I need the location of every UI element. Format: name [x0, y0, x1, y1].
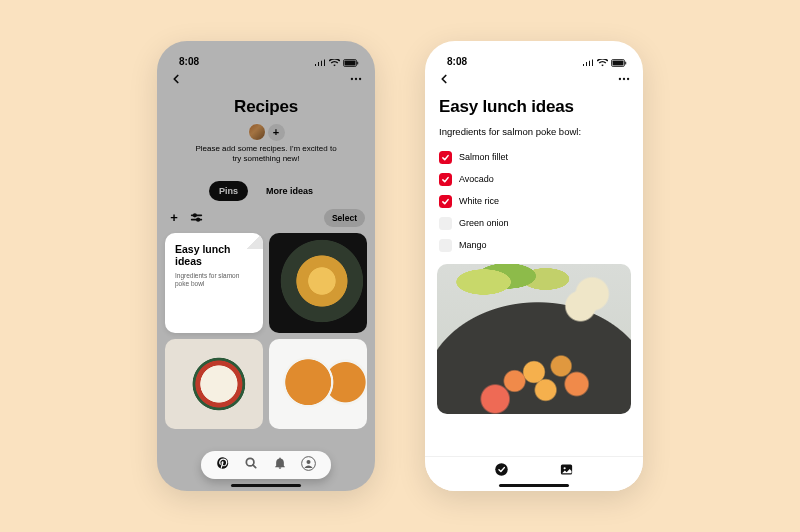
organize-icon[interactable]: [189, 211, 203, 225]
svg-point-18: [623, 78, 625, 80]
ingredient-row[interactable]: White rice: [439, 190, 629, 212]
board-header: Recipes + Please add some recipes. I'm e…: [157, 95, 375, 171]
checkbox-icon[interactable]: [439, 151, 452, 164]
status-icons: [582, 59, 627, 67]
profile-icon[interactable]: [301, 456, 316, 475]
board-toolbar: + Select: [157, 209, 375, 233]
ingredient-label: Mango: [459, 240, 487, 250]
ingredient-row[interactable]: Mango: [439, 234, 629, 256]
notifications-icon[interactable]: [273, 456, 287, 474]
svg-rect-2: [357, 62, 358, 65]
ingredient-label: White rice: [459, 196, 499, 206]
note-title: Easy lunch ideas: [439, 97, 629, 117]
hero-image[interactable]: [437, 264, 631, 414]
back-icon[interactable]: [437, 72, 451, 90]
checkbox-icon[interactable]: [439, 195, 452, 208]
svg-point-8: [193, 214, 196, 217]
board-description: Please add some recipes. I'm excited to …: [169, 141, 363, 165]
status-time: 8:08: [447, 56, 467, 67]
back-icon[interactable]: [169, 72, 183, 90]
ingredient-label: Avocado: [459, 174, 494, 184]
select-button[interactable]: Select: [324, 209, 365, 227]
note-detail: Easy lunch ideas Ingredients for salmon …: [425, 97, 643, 256]
pinterest-icon[interactable]: [216, 456, 230, 474]
board-grid: Easy lunch ideas Ingredients for slamon …: [157, 233, 375, 429]
checkbox-icon[interactable]: [439, 173, 452, 186]
svg-line-11: [253, 465, 256, 468]
svg-rect-15: [613, 61, 624, 66]
ingredient-row[interactable]: Green onion: [439, 212, 629, 234]
more-icon[interactable]: [349, 72, 363, 90]
note-subtitle: Ingredients for slamon poke bowl: [175, 272, 253, 288]
checklist-icon[interactable]: [494, 462, 509, 481]
nav-bar: [425, 67, 643, 95]
svg-point-9: [196, 219, 199, 222]
collaborators[interactable]: +: [169, 123, 363, 141]
pin-card[interactable]: [269, 233, 367, 333]
svg-point-3: [351, 78, 353, 80]
tab-more-ideas[interactable]: More ideas: [256, 181, 323, 201]
svg-point-17: [619, 78, 621, 80]
home-indicator: [499, 484, 569, 488]
note-title: Easy lunch ideas: [175, 243, 253, 267]
ingredient-row[interactable]: Avocado: [439, 168, 629, 190]
phone-note-detail: 8:08 Easy lunch ideas Ingredients for sa…: [425, 41, 643, 491]
status-icons: [314, 59, 359, 67]
add-collaborator-icon[interactable]: +: [268, 124, 285, 141]
image-icon[interactable]: [559, 462, 574, 481]
svg-point-4: [355, 78, 357, 80]
svg-point-22: [564, 467, 566, 469]
svg-point-13: [306, 459, 310, 463]
ingredients-list: Salmon filletAvocadoWhite riceGreen onio…: [439, 146, 629, 256]
status-bar: 8:08: [425, 41, 643, 67]
ingredient-label: Green onion: [459, 218, 509, 228]
search-icon[interactable]: [244, 456, 258, 474]
pin-card[interactable]: [269, 339, 367, 429]
tabs: Pins More ideas: [157, 171, 375, 209]
svg-rect-1: [345, 61, 356, 66]
svg-point-19: [627, 78, 629, 80]
add-icon[interactable]: +: [167, 211, 181, 225]
ingredient-label: Salmon fillet: [459, 152, 508, 162]
status-time: 8:08: [179, 56, 199, 67]
avatar: [248, 123, 266, 141]
ingredient-row[interactable]: Salmon fillet: [439, 146, 629, 168]
tab-pins[interactable]: Pins: [209, 181, 248, 201]
board-title: Recipes: [169, 97, 363, 117]
checkbox-icon[interactable]: [439, 217, 452, 230]
note-subtitle: Ingredients for salmon poke bowl:: [439, 126, 629, 137]
pin-card[interactable]: [165, 339, 263, 429]
checkbox-icon[interactable]: [439, 239, 452, 252]
bottom-nav: [201, 451, 331, 479]
more-icon[interactable]: [617, 72, 631, 90]
home-indicator: [231, 484, 301, 488]
note-card[interactable]: Easy lunch ideas Ingredients for slamon …: [165, 233, 263, 333]
svg-point-20: [495, 463, 508, 476]
svg-point-5: [359, 78, 361, 80]
status-bar: 8:08: [157, 41, 375, 67]
phone-board-view: 8:08 Recipes + Please add some recipes. …: [157, 41, 375, 491]
nav-bar: [157, 67, 375, 95]
svg-rect-16: [625, 62, 626, 65]
